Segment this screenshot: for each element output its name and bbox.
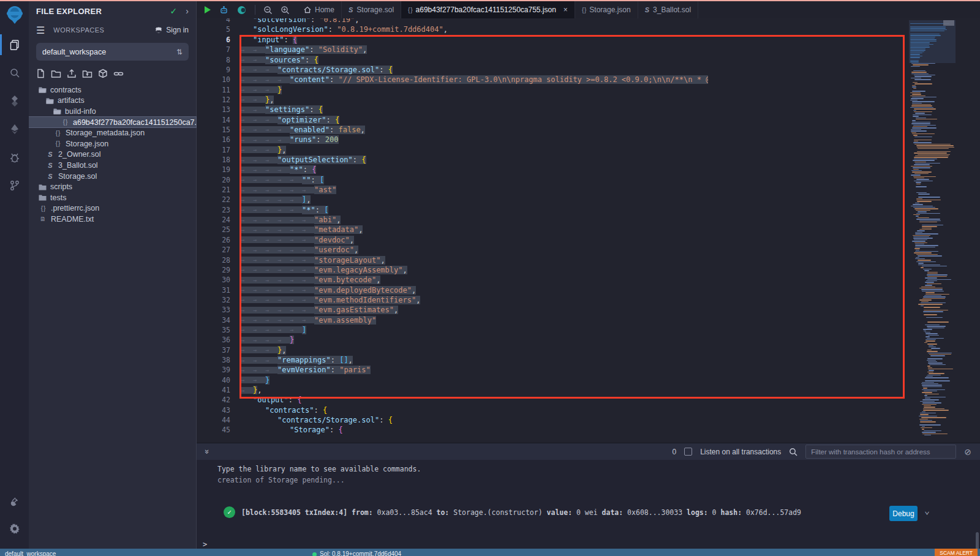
minimap[interactable]	[909, 20, 956, 438]
line-number: 8	[197, 56, 230, 64]
tab-storage-json[interactable]: { }Storage.json	[575, 1, 638, 18]
assistant-robot-icon[interactable]	[219, 6, 228, 15]
new-folder-icon[interactable]	[51, 69, 61, 78]
minimap-line	[916, 192, 927, 193]
sidebar-item-git[interactable]	[0, 173, 29, 198]
tab-home[interactable]: Home	[297, 1, 342, 18]
workspace-select[interactable]: default_workspace ⇅	[36, 43, 189, 61]
sidebar-item-debugger[interactable]	[0, 145, 29, 170]
zoom-out-icon[interactable]	[263, 6, 273, 15]
link-icon[interactable]	[113, 69, 124, 78]
hamburger-menu-icon[interactable]: ☰	[36, 24, 45, 36]
terminal-line: creation of Storage pending...	[217, 476, 345, 484]
minimap-line	[919, 220, 941, 221]
sidebar-item-file-explorer[interactable]	[0, 32, 29, 58]
sidebar-item-settings[interactable]	[0, 516, 29, 541]
tree-item-3-ballot-sol[interactable]: S3_Ballot.sol	[29, 160, 196, 171]
transaction-filter-input[interactable]	[805, 445, 956, 459]
tree-item-storage-metadata-json[interactable]: { }Storage_metadata.json	[29, 127, 196, 138]
tab-3-ballot-sol[interactable]: S3_Ballot.sol	[638, 1, 698, 18]
terminal-body[interactable]: Type the library name to see available c…	[197, 460, 980, 550]
minimap-line	[913, 126, 927, 127]
minimap-line	[927, 273, 938, 274]
minimap-line	[915, 247, 935, 247]
tree-item-readme-txt[interactable]: 🗎README.txt	[29, 214, 196, 225]
minimap-line	[914, 79, 931, 80]
tree-item-build-info[interactable]: build-info	[29, 106, 196, 117]
minimap-line	[914, 83, 932, 84]
line-number: 30	[197, 276, 230, 284]
sidebar-item-deploy-run[interactable]	[0, 116, 29, 142]
minimap-line	[927, 372, 933, 372]
debug-button[interactable]: Debug	[889, 506, 918, 521]
run-script-icon[interactable]	[204, 6, 211, 14]
close-tab-icon[interactable]: ×	[564, 6, 568, 14]
minimap-line	[915, 258, 925, 259]
code-editor[interactable]: 4"solcVersion": "0.8.19",5"solcLongVersi…	[197, 18, 980, 443]
minimap-line	[927, 358, 943, 359]
tree-item-contracts[interactable]: contracts	[29, 85, 196, 96]
code-token: "0.8.19"	[319, 18, 355, 24]
minimap-line	[910, 48, 925, 49]
sidebar-item-search[interactable]	[0, 60, 29, 86]
minimap-line	[914, 162, 926, 162]
minimap-line	[912, 97, 937, 97]
tx-expand-chevron-icon[interactable]: ⌄	[924, 505, 930, 516]
remix-logo[interactable]	[5, 5, 24, 26]
code-token: "contracts"	[265, 406, 314, 415]
cube-icon[interactable]	[98, 69, 108, 78]
minimap-line	[927, 274, 947, 275]
editor-scrollbar-thumb[interactable]	[943, 20, 954, 26]
file-explorer-panel: FILE EXPLORER ✓ › ☰ WORKSPACES Sign in d…	[29, 1, 197, 549]
code-token: :	[353, 156, 361, 164]
line-number: 6	[197, 36, 230, 44]
tree-item-storage-json[interactable]: { }Storage.json	[29, 138, 196, 149]
minimap-line	[921, 267, 924, 268]
sidebar-item-plugin-manager[interactable]	[0, 489, 29, 514]
minimap-line	[912, 120, 915, 121]
search-icon[interactable]	[789, 448, 797, 456]
minimap-line	[919, 419, 927, 419]
line-number: 21	[197, 186, 230, 194]
tree-item-a69b43f277ba20fcac141151250ca7-[interactable]: { }a69b43f277ba20fcac141151250ca7...	[29, 117, 196, 128]
statusbar-workspace[interactable]: default_workspace	[5, 550, 56, 556]
zoom-in-icon[interactable]	[281, 6, 290, 15]
terminal-prompt[interactable]: >	[203, 540, 207, 549]
tree-item-scripts[interactable]: scripts	[29, 181, 196, 192]
code-token: "runs"	[290, 135, 316, 144]
clear-console-icon[interactable]: ⊘	[964, 447, 971, 457]
folder-closed-icon	[39, 194, 47, 201]
tree-item--prettierrc-json[interactable]: { }.prettierrc.json	[29, 203, 196, 214]
minimap-line	[925, 292, 935, 293]
upload-file-icon[interactable]	[67, 69, 77, 78]
scam-alert-badge[interactable]: SCAM ALERT	[935, 549, 978, 556]
code-token: ,	[376, 276, 380, 284]
terminal-scrollbar-thumb[interactable]	[976, 532, 979, 550]
code-token: {	[293, 36, 297, 44]
transaction-log-row[interactable]: ✓ [block:5583405 txIndex:4] from: 0xa03.…	[224, 506, 801, 518]
code-line-7: 7→→"language": "Solidity",	[197, 45, 367, 54]
sign-in-button[interactable]: Sign in	[154, 26, 189, 34]
code-line-32: 32→→→→→→"evm.methodIdentifiers",	[197, 295, 420, 305]
tree-item-2-owner-sol[interactable]: S2_Owner.sol	[29, 149, 196, 160]
toggle-icon[interactable]	[236, 6, 247, 15]
tab-a69b43f277ba20fcac141151250ca755-json[interactable]: { }a69b43f277ba20fcac141151250ca755.json…	[401, 1, 575, 18]
listen-checkbox[interactable]	[684, 448, 692, 456]
minimap-line	[914, 159, 937, 159]
code-token: :	[316, 135, 325, 144]
tree-item-artifacts[interactable]: artifacts	[29, 96, 196, 107]
tree-item-storage-sol[interactable]: SStorage.sol	[29, 171, 196, 182]
minimap-line	[910, 61, 919, 62]
terminal-collapse-icon[interactable]: »	[203, 449, 212, 454]
tab-storage-sol[interactable]: SStorage.sol	[342, 1, 401, 18]
minimap-line	[910, 51, 924, 52]
minimap-line	[924, 405, 931, 406]
new-file-icon[interactable]	[36, 69, 45, 78]
tree-item-tests[interactable]: tests	[29, 192, 196, 203]
sidebar-item-solidity-compiler[interactable]	[0, 88, 29, 114]
tree-item-label: .prettierrc.json	[51, 204, 99, 212]
chevron-right-icon[interactable]: ›	[186, 6, 189, 16]
minimap-line	[922, 225, 944, 225]
minimap-line	[914, 157, 948, 157]
upload-folder-icon[interactable]	[82, 69, 92, 78]
